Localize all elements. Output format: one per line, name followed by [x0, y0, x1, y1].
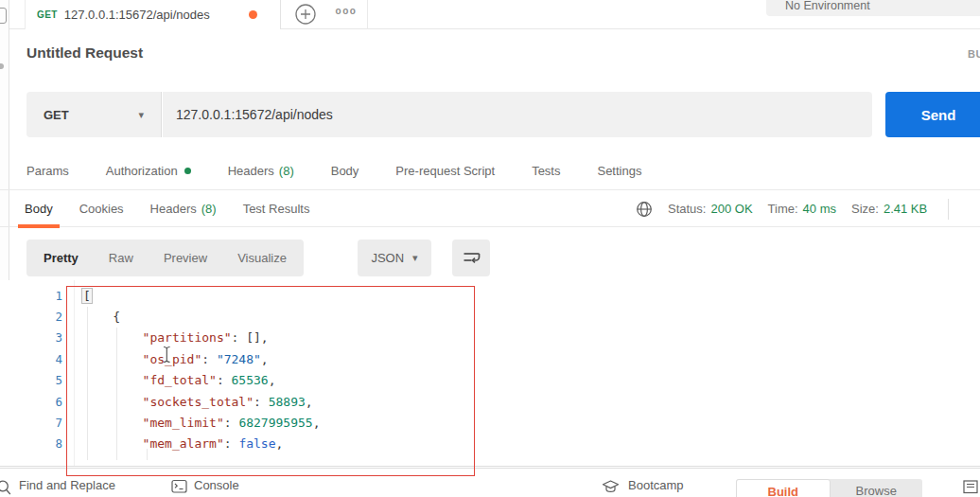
- size-field: Size:2.41 KB: [851, 202, 927, 216]
- clipped-right-label: BU: [968, 48, 980, 60]
- code-token-punc: :: [201, 352, 217, 366]
- build-tab[interactable]: Build: [736, 479, 831, 497]
- response-tab-cookies[interactable]: Cookies: [73, 190, 131, 227]
- code-line-text: "partitions": [],: [62, 330, 269, 345]
- request-tab[interactable]: GET 127.0.0.1:15672/api/nodes: [25, 0, 281, 29]
- wrap-text-button[interactable]: [452, 240, 490, 276]
- tab-params-label: Params: [26, 164, 69, 178]
- graduation-cap-icon: [602, 480, 620, 494]
- collection-icon: [0, 8, 7, 24]
- line-number: 3: [0, 330, 62, 345]
- status-bar: Find and Replace Console Bootcamp Build …: [0, 468, 980, 497]
- code-line: 7 "mem_limit": 6827995955,: [0, 412, 980, 433]
- code-token-key: "mem_alarm": [83, 436, 224, 451]
- code-token-punc: ,: [313, 416, 321, 430]
- new-tab-button[interactable]: [293, 2, 318, 27]
- sidebar-dot-icon: [0, 63, 4, 69]
- line-number: 6: [0, 395, 62, 409]
- wrap-text-icon: [462, 250, 481, 266]
- view-raw[interactable]: Raw: [94, 251, 149, 265]
- send-button[interactable]: Send: [885, 92, 980, 137]
- code-token-key: "partitions": [83, 330, 232, 345]
- tab-tests-label: Tests: [532, 164, 560, 178]
- code-line-text: "fd_total": 65536,: [62, 373, 276, 387]
- tab-headers[interactable]: Headers (8): [228, 164, 294, 178]
- size-value: 2.41 KB: [884, 202, 927, 216]
- workspace-mode-switcher: Build Browse: [736, 479, 922, 497]
- tab-authorization-label: Authorization: [106, 164, 178, 178]
- line-number: 2: [0, 310, 62, 324]
- response-tab-headers-label: Headers: [150, 202, 197, 216]
- response-tab-headers[interactable]: Headers (8): [144, 190, 223, 227]
- find-and-replace-button[interactable]: Find and Replace: [19, 478, 115, 492]
- tab-title: 127.0.0.1:15672/api/nodes: [64, 8, 210, 22]
- tab-pre-request-script[interactable]: Pre-request Script: [395, 164, 495, 178]
- tab-method-label: GET: [37, 9, 58, 20]
- tab-authorization[interactable]: Authorization: [106, 164, 191, 178]
- code-line-text: "sockets_total": 58893,: [62, 395, 313, 409]
- environment-selector-label: No Environment: [785, 0, 870, 12]
- code-line-text: "mem_limit": 6827995955,: [62, 416, 320, 430]
- response-tab-test-results-label: Test Results: [243, 202, 310, 216]
- tab-body[interactable]: Body: [331, 164, 359, 178]
- language-select[interactable]: JSON ▾: [358, 240, 431, 276]
- view-preview[interactable]: Preview: [149, 251, 222, 265]
- response-header: Body Cookies Headers (8) Test Results St…: [0, 190, 980, 227]
- line-number: 7: [0, 416, 62, 430]
- response-tab-body[interactable]: Body: [18, 190, 60, 227]
- method-select-value: GET: [44, 108, 69, 122]
- code-token-punc: :: [217, 373, 232, 387]
- line-number: 5: [0, 373, 62, 387]
- tab-body-label: Body: [331, 164, 359, 178]
- chevron-down-icon: ▾: [138, 110, 144, 120]
- time-field: Time:40 ms: [768, 202, 836, 216]
- time-label: Time:: [768, 202, 798, 216]
- code-token-punc: ,: [306, 395, 313, 409]
- code-line-text: {: [62, 310, 120, 324]
- response-tabs: Body Cookies Headers (8) Test Results: [18, 190, 316, 227]
- code-line: 3 "partitions": [],: [0, 328, 980, 348]
- tabbar-divider: [367, 0, 368, 29]
- line-number: 8: [0, 436, 62, 451]
- search-icon: [0, 479, 12, 496]
- code-token-key: "os_pid": [83, 352, 201, 366]
- view-pretty[interactable]: Pretty: [28, 251, 94, 265]
- text-cursor-icon: [162, 346, 172, 367]
- bootcamp-button[interactable]: Bootcamp: [628, 478, 684, 492]
- response-headers-count-badge: (8): [201, 202, 217, 216]
- meta-divider: [948, 199, 949, 220]
- tab-settings[interactable]: Settings: [597, 164, 641, 178]
- console-button[interactable]: Console: [194, 478, 239, 492]
- code-token-num: 65536: [232, 373, 269, 387]
- more-options-icon: ooo: [336, 6, 358, 16]
- tab-tests[interactable]: Tests: [532, 164, 560, 178]
- authorization-set-dot-icon: [184, 168, 191, 174]
- tab-params[interactable]: Params: [26, 164, 69, 178]
- chevron-down-icon: ▾: [412, 253, 418, 263]
- method-select[interactable]: GET ▾: [26, 92, 162, 137]
- status-field: Status:200 OK: [668, 202, 753, 216]
- language-select-value: JSON: [371, 251, 404, 265]
- response-tab-cookies-label: Cookies: [79, 202, 124, 216]
- code-lines: 1[2 {3 "partitions": [],4 "os_pid": "724…: [0, 285, 980, 454]
- code-token-punc: ,: [269, 373, 276, 387]
- code-token-punc: :: [254, 395, 269, 409]
- panel-toggle-icon[interactable]: [963, 480, 978, 494]
- code-line: 1[: [0, 285, 980, 306]
- request-name[interactable]: Untitled Request: [26, 44, 143, 62]
- globe-icon[interactable]: [636, 201, 653, 218]
- code-token-punc: :: [232, 330, 247, 345]
- environment-selector[interactable]: No Environment: [766, 0, 980, 16]
- tab-options-button[interactable]: ooo: [327, 6, 365, 23]
- code-token-brk: [],: [246, 330, 268, 345]
- code-token-punc: :: [224, 436, 239, 451]
- response-body-editor[interactable]: 1[2 {3 "partitions": [],4 "os_pid": "724…: [0, 280, 980, 467]
- response-tab-test-results[interactable]: Test Results: [236, 190, 317, 227]
- code-token-punc: ,: [261, 352, 269, 366]
- tab-bar: GET 127.0.0.1:15672/api/nodes ooo No Env…: [9, 0, 980, 29]
- url-input[interactable]: [163, 92, 872, 137]
- browse-tab[interactable]: Browse: [831, 479, 923, 497]
- view-visualize[interactable]: Visualize: [222, 251, 302, 265]
- code-line: 4 "os_pid": "7248",: [0, 348, 980, 369]
- code-token-punc: :: [224, 416, 239, 430]
